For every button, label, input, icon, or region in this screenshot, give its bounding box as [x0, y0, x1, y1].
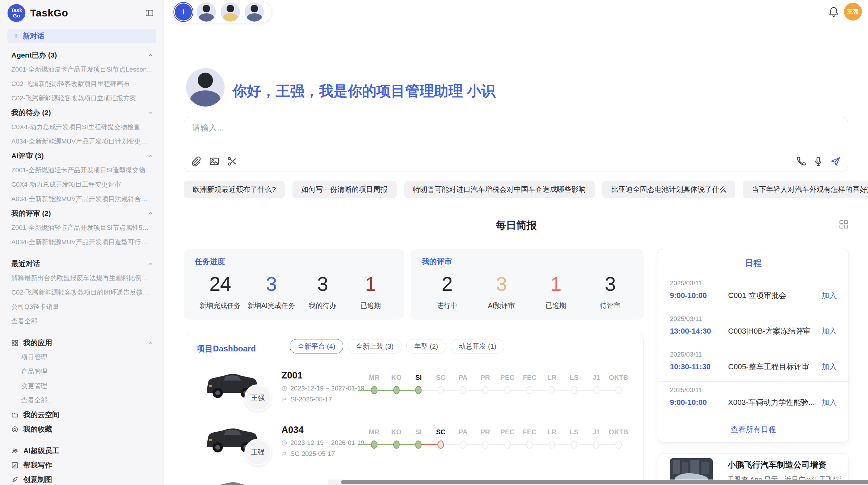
sidebar-item-help-me-write[interactable]: 帮我写作: [0, 458, 164, 472]
sidebar-item-favorites[interactable]: 我的收藏: [0, 422, 164, 436]
schedule-entry[interactable]: 2025/03/11 10:30-11:30 C005-整车工程目标评审 加入: [658, 346, 848, 381]
dashboard-title: 项目Dashboard: [196, 343, 256, 354]
sidebar-item[interactable]: A034-全新新能源MUV产品开发项目计划变更表编写: [0, 134, 164, 149]
sidebar-item[interactable]: Z001-全新燃油轻卡产品开发项目SI造型提交物评审: [0, 163, 164, 177]
join-link[interactable]: 加入: [822, 326, 837, 336]
suggestion-chip[interactable]: 如何写一份清晰的项目周报: [292, 181, 397, 198]
stat: 24 新增完成任务: [200, 272, 241, 310]
item-label: 公司Q3轻卡销量: [11, 302, 59, 311]
join-link[interactable]: 加入: [822, 362, 837, 372]
project-row-a034[interactable]: 王强 A034 2023-12-19 ~ 2026-01-19 SC-2025-…: [184, 420, 643, 475]
milestone-dot-J1: [593, 386, 600, 394]
stat-value: 24: [200, 272, 241, 296]
app-grid-icon: [11, 339, 19, 347]
suggestion-chip[interactable]: 比亚迪全固态电池计划具体说了什么: [602, 181, 735, 198]
stat-value: 1: [535, 272, 576, 296]
notifications-bell-icon[interactable]: [828, 6, 839, 17]
join-link[interactable]: 加入: [822, 397, 837, 408]
agent-avatar-3[interactable]: [245, 2, 264, 22]
tab-new-platform[interactable]: 全新平台 (4): [290, 339, 343, 353]
schedule-entry[interactable]: 2025/03/11 9:00-10:00 X003-车辆动力学性能验... 加…: [658, 381, 848, 417]
schedule-entry[interactable]: 2025/03/11 9:00-10:00 C001-立项审批会 加入: [658, 275, 848, 310]
sidebar-item-change-mgmt[interactable]: 变更管理: [0, 379, 164, 393]
sidebar-item[interactable]: Z001-全新燃油皮卡产品开发项目SI节点Lesson Learn报告: [0, 62, 164, 77]
schedule-entry[interactable]: 2025/03/11 13:00-14:30 C003|H0B-方案冻结评审 加…: [658, 310, 848, 346]
sidebar-item-ai-super-staff[interactable]: AI超级员工: [0, 444, 164, 458]
sidebar-group-my-todo[interactable]: 我的待办 (2): [0, 105, 164, 120]
sidebar-item[interactable]: C0X4-动力总成开发项目工程变更评审: [0, 177, 164, 192]
sidebar-group-recent-chats[interactable]: 最近对话: [0, 257, 164, 271]
write-icon: [11, 462, 19, 469]
sidebar-group-my-review[interactable]: 我的评审 (2): [0, 206, 164, 221]
sidebar-item[interactable]: 解释最新出台的欧盟报废车法规再生塑料比例被调至15%...: [0, 271, 164, 285]
collapse-sidebar-icon[interactable]: [145, 9, 154, 17]
milestone-dot-LS: [571, 386, 577, 394]
horizontal-scrollbar-track[interactable]: [328, 480, 868, 485]
project-row-z001[interactable]: 王强 Z001 2023-12-19 ~ 2027-01-19 SI-2025-…: [184, 365, 643, 420]
stat-label: 进行中: [426, 301, 468, 310]
suggestion-chip[interactable]: 欧洲新规最近颁布了什么?: [184, 181, 285, 198]
item-label: C02-飞腾新能源轻客改款项目立项汇报方案: [11, 94, 136, 103]
entry-date: 2025/03/11: [670, 386, 837, 394]
sidebar-group-ai-review[interactable]: AI评审 (3): [0, 149, 164, 163]
milestone-dot-KO: [393, 440, 400, 449]
agent-avatar-1[interactable]: [197, 2, 216, 22]
attachment-icon[interactable]: [191, 156, 202, 167]
sidebar-item[interactable]: 公司Q3轻卡销量: [0, 300, 164, 314]
divider: [0, 332, 164, 332]
milestone-J1: J1: [585, 426, 607, 451]
milestone-track: MRKOSISCPAPRPECFECLRLSJ1OKTB: [363, 372, 630, 397]
sidebar-item-view-all[interactable]: 查看全部...: [0, 314, 164, 328]
view-all-schedule-link[interactable]: 查看所有日程: [658, 424, 848, 435]
project-flag: SI-2025-05-17: [281, 396, 332, 403]
add-agent-button[interactable]: +: [175, 3, 192, 21]
scissors-icon[interactable]: [227, 156, 238, 167]
sidebar-item[interactable]: C0X4-动力总成开发项目SI里程碑提交物检查: [0, 120, 164, 134]
tab-new-body[interactable]: 全新上装 (3): [348, 339, 401, 353]
sidebar-item[interactable]: C02-飞腾新能源轻客改款项目里程碑画布: [0, 77, 164, 91]
sidebar-item[interactable]: A034-全新新能源MUV产品开发项目法规符合性评审: [0, 192, 164, 206]
tab-model-year[interactable]: 年型 (2): [406, 339, 446, 353]
agent-avatar-2[interactable]: [221, 2, 240, 22]
milestone-PR: PR: [474, 426, 496, 451]
sidebar-item-view-all-apps[interactable]: 查看全部...: [0, 393, 164, 408]
stat-label: 新增完成任务: [200, 301, 241, 310]
tab-powertrain[interactable]: 动总开发 (1): [451, 339, 504, 353]
sidebar-item-cloud-space[interactable]: 我的云空间: [0, 408, 164, 422]
image-icon[interactable]: [209, 156, 220, 167]
new-chat-button[interactable]: + 新对话: [8, 29, 156, 43]
sidebar-item-my-apps[interactable]: 我的应用: [0, 336, 164, 350]
suggestion-chip[interactable]: 特朗普可能对进口汽车增税会对中国车企造成哪些影响: [404, 181, 595, 198]
sidebar-item[interactable]: C02-飞腾新能源轻客改款项目的闭环通告反馈情况: [0, 285, 164, 300]
sidebar: Task Go TaskGo + 新对话 Agent已办 (3) Z001-全新…: [0, 0, 164, 485]
divider: [0, 253, 164, 253]
group-title: 我的评审 (2): [11, 209, 148, 218]
sidebar-item-product-mgmt[interactable]: 产品管理: [0, 364, 164, 379]
milestone-dot-SI: [415, 386, 422, 394]
suggestion-chip[interactable]: 当下年轻人对汽车外观有怎样的喜好趋势: [743, 181, 868, 198]
truck-image: [203, 474, 261, 485]
item-label: 查看全部...: [11, 317, 43, 326]
horizontal-scrollbar-thumb[interactable]: [341, 480, 868, 484]
phone-icon[interactable]: [796, 156, 807, 167]
item-label: AI超级员工: [23, 446, 59, 456]
milestone-dot-MR: [371, 440, 377, 449]
sidebar-item[interactable]: Z001-全新燃油轻卡产品开发项目SI节点属性5D文件评审: [0, 221, 164, 235]
sidebar-group-agent-done[interactable]: Agent已办 (3): [0, 48, 164, 62]
chevron-up-icon: [148, 111, 153, 115]
chat-input[interactable]: [192, 123, 776, 133]
user-avatar[interactable]: 王强: [844, 3, 862, 21]
sidebar-item[interactable]: A034-全新新能源MUV产品开发项目造型可行性评审: [0, 235, 164, 249]
milestone-PR: PR: [474, 372, 496, 397]
sidebar-item[interactable]: C02-飞腾新能源轻客改款项目立项汇报方案: [0, 91, 164, 105]
layout-grid-icon[interactable]: [839, 219, 849, 229]
sidebar-item-creative-drawing[interactable]: 创意制图: [0, 472, 164, 485]
item-label: C0X4-动力总成开发项目工程变更评审: [11, 180, 121, 189]
item-label: 我的收藏: [23, 424, 52, 434]
join-link[interactable]: 加入: [822, 290, 837, 301]
group-title: Agent已办 (3): [11, 50, 148, 60]
input-tools-left: [191, 156, 238, 167]
microphone-icon[interactable]: [813, 156, 824, 167]
sidebar-item-project-mgmt[interactable]: 项目管理: [0, 350, 164, 364]
send-icon[interactable]: [830, 156, 841, 167]
